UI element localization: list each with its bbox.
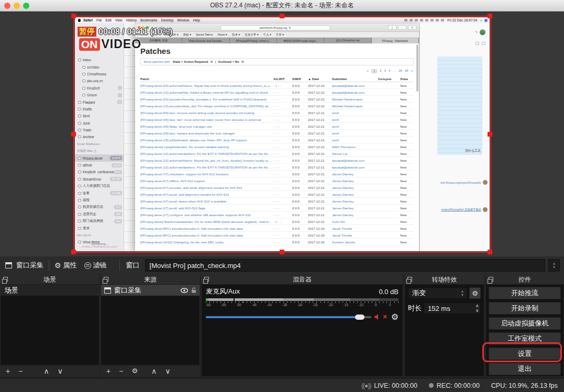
- page-link[interactable]: 25: [399, 69, 402, 73]
- minimize-button[interactable]: [14, 3, 20, 9]
- patch-submitter[interactable]: James Darnley: [332, 206, 378, 210]
- patch-submitter[interactable]: Steven Liu: [332, 152, 378, 155]
- mail-sidebar-item[interactable]: 战报: [75, 197, 124, 204]
- control-button[interactable]: 工作室模式: [489, 332, 561, 345]
- mail-sidebar-item[interactable]: Chinaffmpeg: [75, 71, 124, 77]
- volume-slider[interactable]: [206, 316, 371, 318]
- mail-sidebar-item[interactable]: Trash: [75, 127, 124, 133]
- tab-overview-button[interactable]: ⧉: [408, 25, 416, 30]
- chat-link[interactable]: ork.ffmpeg.org/project/ffmpeg/list/: [440, 181, 481, 184]
- controls-header[interactable]: 控件: [486, 275, 563, 285]
- mail-sidebar-item[interactable]: 机房割接信息 717: [75, 204, 124, 210]
- patch-submitter[interactable]: wm4: [332, 131, 378, 135]
- control-button[interactable]: 设置: [489, 348, 561, 360]
- close-button[interactable]: [4, 3, 10, 9]
- patch-submitter[interactable]: Mark Thompson: [332, 145, 378, 149]
- patch-link[interactable]: [FFmpeg-devel,5/5] lavc: remove weird de…: [140, 111, 273, 115]
- patch-link[interactable]: [FFmpeg-devel,2/2] avformat/hlsenc: Move…: [140, 159, 273, 162]
- patch-link[interactable]: [FFmpeg-devel,2/7] avutil: add AVX-512 f…: [140, 206, 273, 210]
- mail-sidebar-item[interactable]: Drafts: [75, 106, 124, 113]
- remove-source-button[interactable]: −: [119, 367, 123, 375]
- mail-sidebar-item[interactable]: Flagged 3: [75, 98, 124, 105]
- patch-link[interactable]: [FFmpeg-devel,2/2] avcodec/hevcdsp_templ…: [140, 97, 273, 101]
- patch-link[interactable]: [FFmpeg-devel,1/5] w32pthreads: always u…: [140, 138, 273, 142]
- mail-sidebar-item[interactable]: KingSoft_confluence 572: [75, 169, 124, 175]
- filters-button[interactable]: 滤镜: [84, 261, 107, 270]
- mixer-gear-icon[interactable]: ⚙: [391, 312, 399, 322]
- selection-handle-topleft[interactable]: [71, 14, 76, 18]
- patch-submitter[interactable]: Michael Niedermayer: [332, 104, 378, 108]
- remove-filter-icon[interactable]: ⊗: [241, 60, 244, 64]
- mail-sidebar-item[interactable]: 人力资源部门信息: [75, 183, 124, 189]
- add-source-button[interactable]: +: [106, 367, 110, 375]
- filter-link[interactable]: Show patches with:: [143, 60, 171, 63]
- mixer-header[interactable]: 混音器: [202, 275, 403, 285]
- mail-sidebar-item[interactable]: KingSoft •: [75, 85, 124, 92]
- bookmark-item[interactable]: 技术 ▾: [232, 33, 240, 37]
- patch-link[interactable]: [FFmpeg-devel] libavformat/dashdec: Fix …: [140, 220, 273, 223]
- patch-submitter[interactable]: James Darnley: [332, 186, 378, 189]
- selection-handle-top[interactable]: [280, 14, 284, 18]
- patch-link[interactable]: [FFmpeg-devel,4/5] lavc, lavf: move avfo…: [140, 118, 273, 121]
- scrollbar[interactable]: [416, 44, 418, 92]
- mail-sidebar-item[interactable]: ffmpeg-devel 15,879: [75, 154, 124, 161]
- patch-link[interactable]: [FFmpeg-devel,2/2] avformat/hlsenc: Sign…: [140, 84, 273, 87]
- control-button[interactable]: 退出: [489, 363, 561, 375]
- patch-submitter[interactable]: James Darnley: [332, 179, 378, 183]
- slider-knob[interactable]: [355, 315, 364, 320]
- remove-scene-button[interactable]: −: [18, 367, 23, 375]
- mail-sidebar-item[interactable]: onVideo: [75, 63, 124, 70]
- duration-field[interactable]: 152 ms ∧∨: [424, 303, 481, 314]
- bookmark-item[interactable]: 工作 ▾: [276, 33, 284, 37]
- browser-tab[interactable]: 在线翻译_有道: [135, 38, 182, 43]
- patch-submitter[interactable]: kjeyapal@akamai.com: [332, 84, 378, 87]
- visibility-eye-icon[interactable]: [181, 288, 188, 293]
- address-bar[interactable]: patchwork.ffmpeg.org ↻: [220, 25, 330, 30]
- browser-tab[interactable]: FFmpeg - Patchwork: [372, 38, 419, 43]
- patch-link[interactable]: [FFmpeg-devel,RFC] avcodec/avcodec.h: Ad…: [140, 233, 273, 237]
- mail-sidebar-item[interactable]: Sent: [75, 113, 124, 119]
- patch-submitter[interactable]: James Darnley: [332, 172, 378, 176]
- patch-link[interactable]: [FFmpeg-devel,3/7] avutil: detect when A…: [140, 199, 273, 203]
- mail-sidebar-item[interactable]: StreamError 26,787: [75, 176, 124, 183]
- patch-link[interactable]: [FFmpeg-devel,10/10] Changelog: list the…: [140, 240, 273, 244]
- page-link[interactable]: «: [367, 69, 369, 73]
- chat-link[interactable]: project/ffmpeg/list/ 里面都下载的: [441, 208, 481, 211]
- mail-sidebar-item[interactable]: Gosun •: [75, 92, 124, 98]
- scene-down-button[interactable]: ∨: [58, 367, 63, 375]
- mail-sidebar-item[interactable]: Smart Mailboxes: [75, 141, 124, 148]
- sources-header[interactable]: 来源: [101, 275, 200, 285]
- patch-link[interactable]: [FFmpeg-devel,1/2] avformat/http: Added …: [140, 91, 273, 94]
- page-link[interactable]: …: [393, 69, 396, 73]
- mute-button[interactable]: ✕: [374, 313, 387, 320]
- scene-item[interactable]: 场景: [1, 285, 99, 296]
- add-scene-button[interactable]: +: [6, 367, 10, 375]
- browser-tab[interactable]: Video Encode and Decode..: [182, 38, 229, 43]
- page-link[interactable]: 1: [371, 69, 377, 73]
- page-link[interactable]: 3: [384, 69, 386, 73]
- patch-link[interactable]: [FFmpeg-devel,5/7] avcodec: add stride a…: [140, 186, 273, 189]
- patch-submitter[interactable]: Jacob Trimble: [332, 233, 378, 237]
- selection-handle-left[interactable]: [71, 132, 76, 137]
- properties-button[interactable]: ⚙ 属性: [54, 261, 77, 270]
- patch-link[interactable]: [FFmpeg-devel] mpeg4videodec: Fix unused…: [140, 145, 273, 149]
- chat-tool-icon[interactable]: [482, 42, 485, 45]
- selection-handle-bottomleft[interactable]: [71, 250, 76, 254]
- scenes-header[interactable]: 场景: [1, 275, 99, 285]
- page-link[interactable]: 26: [405, 69, 408, 73]
- browser-tab[interactable]: #6915 (DASH audio segm..: [277, 38, 324, 43]
- selection-handle-topright[interactable]: [488, 14, 492, 18]
- patch-link[interactable]: [FFmpeg-devel,1/2] avformat/dashenc: Fix…: [140, 152, 273, 155]
- source-up-button[interactable]: ∧: [151, 367, 157, 375]
- patch-link[interactable]: [FFmpeg-devel,1/2] avcodec/dirac_dwt: Fi…: [140, 104, 273, 108]
- scene-up-button[interactable]: ∧: [43, 367, 49, 375]
- remove-filter-icon[interactable]: ⊗: [210, 60, 213, 64]
- transition-spinner[interactable]: ∧∨: [458, 287, 467, 299]
- duration-spinner[interactable]: ∧∨: [475, 304, 479, 313]
- page-link[interactable]: 4: [389, 69, 390, 73]
- col-delegate[interactable]: Delegate: [378, 77, 400, 81]
- patch-link[interactable]: [FFmpeg-devel,7/7] checkasm: support for…: [140, 172, 273, 176]
- page-link[interactable]: »: [411, 69, 413, 73]
- selection-handle-bottomright[interactable]: [488, 250, 492, 254]
- mail-sidebar-item[interactable]: 部门成员周报 244: [75, 218, 124, 225]
